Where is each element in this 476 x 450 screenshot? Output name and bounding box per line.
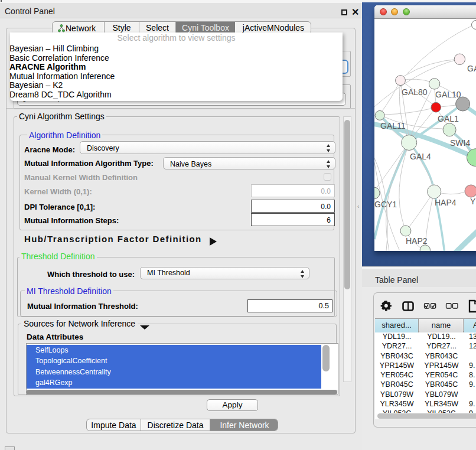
svg-text:GAL4: GAL4 <box>410 152 431 161</box>
svg-text:GAL80: GAL80 <box>402 87 428 97</box>
svg-text:GAL11: GAL11 <box>380 121 406 131</box>
svg-text:HAP4: HAP4 <box>435 198 457 207</box>
svg-text:GAL: GAL <box>467 64 476 73</box>
svg-text:HAP2: HAP2 <box>406 236 428 246</box>
svg-text:SWI4: SWI4 <box>450 138 470 148</box>
svg-text:GAL1: GAL1 <box>438 114 459 123</box>
svg-text:GCY1: GCY1 <box>374 200 397 209</box>
svg-text:GAL10: GAL10 <box>435 90 461 99</box>
svg-text:Y: Y <box>470 197 476 206</box>
